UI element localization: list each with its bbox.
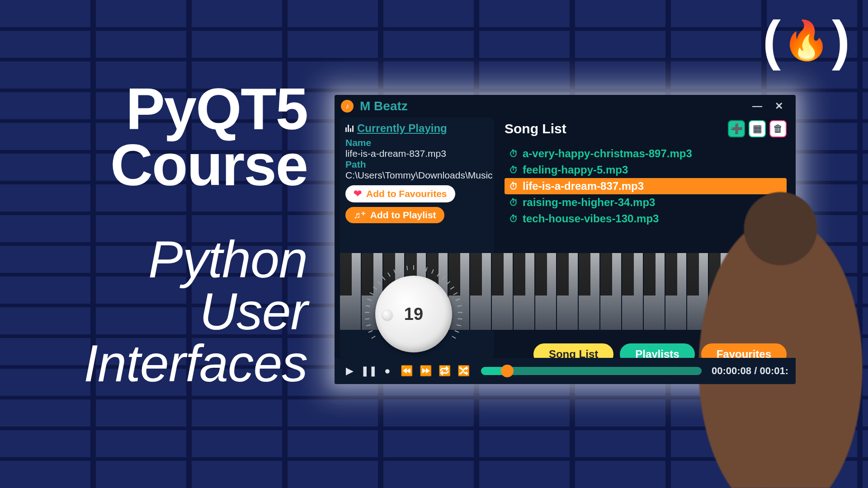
svg-line-0 bbox=[371, 336, 375, 338]
time-current: 00:00:08 bbox=[712, 365, 751, 376]
clock-icon: ⏱ bbox=[509, 197, 518, 208]
svg-line-5 bbox=[366, 305, 370, 306]
app-title: M Beatz bbox=[360, 99, 408, 113]
app-icon: ♪ bbox=[341, 100, 354, 113]
add-song-button[interactable]: ➕ bbox=[728, 120, 745, 137]
volume-knob[interactable]: 19 bbox=[362, 262, 466, 366]
clock-icon: ⏱ bbox=[509, 214, 518, 224]
svg-line-28 bbox=[457, 325, 461, 326]
progress-slider[interactable] bbox=[481, 367, 702, 375]
svg-line-10 bbox=[382, 277, 385, 280]
svg-line-16 bbox=[420, 266, 420, 270]
svg-line-23 bbox=[453, 293, 458, 295]
clock-icon: ⏱ bbox=[509, 165, 518, 175]
svg-line-8 bbox=[373, 287, 377, 290]
list-grid-button[interactable]: ▦ bbox=[749, 120, 766, 137]
paren-left-icon: ( bbox=[763, 9, 781, 71]
close-button[interactable]: ✕ bbox=[769, 100, 789, 112]
song-row[interactable]: ⏱a-very-happy-christmas-897.mp3 bbox=[505, 145, 787, 162]
song-list-heading: Song List bbox=[505, 121, 724, 136]
svg-line-19 bbox=[437, 272, 439, 276]
titlebar[interactable]: ♪ M Beatz — ✕ bbox=[335, 95, 796, 117]
path-label: Path bbox=[345, 159, 488, 170]
subtitle-line-2: User bbox=[199, 282, 307, 340]
svg-line-27 bbox=[458, 319, 462, 319]
paren-right-icon: ) bbox=[832, 9, 850, 71]
freecodecamp-logo: ( 🔥 ) bbox=[763, 9, 850, 71]
heart-icon: ❤ bbox=[354, 188, 362, 200]
clock-icon: ⏱ bbox=[509, 149, 518, 159]
flame-icon: 🔥 bbox=[783, 18, 830, 63]
add-playlist-label: Add to Playlist bbox=[370, 210, 436, 221]
shuffle-button[interactable]: 🔀 bbox=[456, 365, 471, 377]
svg-line-21 bbox=[447, 282, 450, 285]
name-value: life-is-a-dream-837.mp3 bbox=[345, 148, 488, 159]
player-controls-bar: ▶ ❚❚ ● ⏪ ⏩ 🔁 🔀 00:00:08 / 00:01: bbox=[335, 358, 796, 384]
svg-line-17 bbox=[426, 267, 427, 272]
song-name: feeling-happy-5.mp3 bbox=[523, 164, 628, 176]
add-to-favourites-button[interactable]: ❤ Add to Favourites bbox=[345, 185, 455, 202]
presenter-portrait bbox=[674, 172, 868, 488]
currently-playing-heading[interactable]: Currently Playing bbox=[357, 122, 447, 135]
add-fav-label: Add to Favourites bbox=[366, 188, 447, 199]
svg-line-24 bbox=[456, 299, 460, 300]
svg-line-11 bbox=[388, 272, 390, 276]
knob-indicator-icon bbox=[382, 310, 392, 320]
music-add-icon: ♬⁺ bbox=[354, 210, 366, 221]
play-button[interactable]: ▶ bbox=[342, 365, 357, 377]
svg-line-20 bbox=[442, 277, 445, 280]
volume-value: 19 bbox=[404, 305, 423, 324]
svg-line-1 bbox=[368, 331, 373, 333]
subtitle-line-3: Interfaces bbox=[84, 334, 307, 392]
svg-line-6 bbox=[367, 299, 372, 300]
course-title: PyQT5 Course bbox=[54, 81, 307, 193]
course-subtitle: Python User Interfaces bbox=[54, 234, 307, 389]
minimize-button[interactable]: — bbox=[746, 100, 769, 112]
title-line-2: Course bbox=[110, 132, 307, 198]
song-name: raising-me-higher-34.mp3 bbox=[523, 196, 655, 209]
slide-title-block: PyQT5 Course Python User Interfaces bbox=[54, 81, 307, 389]
svg-line-30 bbox=[452, 336, 456, 338]
song-name: tech-house-vibes-130.mp3 bbox=[523, 212, 659, 225]
prev-button[interactable]: ⏪ bbox=[399, 365, 414, 377]
svg-line-9 bbox=[377, 282, 381, 285]
equalizer-icon bbox=[345, 125, 354, 132]
add-to-playlist-button[interactable]: ♬⁺ Add to Playlist bbox=[345, 207, 444, 223]
delete-song-button[interactable]: 🗑 bbox=[769, 120, 787, 137]
clock-icon: ⏱ bbox=[509, 181, 518, 192]
next-button[interactable]: ⏩ bbox=[418, 365, 433, 377]
time-total: 00:01: bbox=[760, 365, 788, 376]
song-name: a-very-happy-christmas-897.mp3 bbox=[523, 147, 692, 160]
song-name: life-is-a-dream-837.mp3 bbox=[523, 180, 644, 192]
progress-thumb-icon[interactable] bbox=[501, 365, 514, 377]
subtitle-line-1: Python bbox=[148, 230, 307, 288]
repeat-button[interactable]: 🔁 bbox=[437, 365, 452, 377]
svg-line-3 bbox=[365, 319, 370, 319]
svg-line-2 bbox=[366, 325, 371, 326]
path-value: C:\Users\Tommy\Downloads\Music bbox=[345, 170, 488, 181]
name-label: Name bbox=[345, 137, 488, 148]
svg-line-29 bbox=[455, 331, 459, 333]
pause-button[interactable]: ❚❚ bbox=[361, 365, 376, 377]
svg-line-25 bbox=[458, 305, 462, 306]
svg-line-7 bbox=[370, 293, 374, 295]
svg-line-22 bbox=[450, 287, 454, 290]
stop-button[interactable]: ● bbox=[380, 365, 395, 377]
svg-line-13 bbox=[400, 267, 401, 272]
svg-line-12 bbox=[394, 269, 396, 273]
playback-time: 00:00:08 / 00:01: bbox=[712, 365, 788, 377]
svg-line-14 bbox=[407, 266, 407, 270]
svg-line-18 bbox=[432, 269, 434, 273]
